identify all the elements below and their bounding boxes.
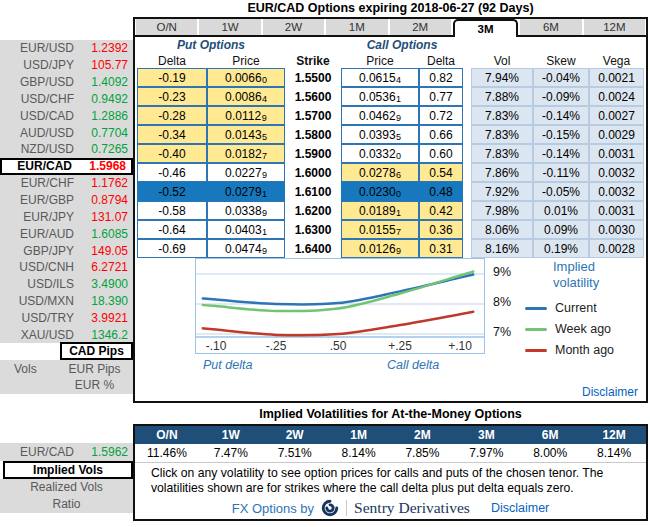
main-disclaimer-link[interactable]: Disclaimer (582, 385, 638, 399)
sidebar-pair-row[interactable]: GBP/USD1.4092 (0, 74, 133, 91)
vega-cell[interactable]: 0.0021 (589, 68, 644, 87)
put-delta-cell[interactable]: -0.23 (137, 87, 207, 106)
skew-cell[interactable]: -0.15% (533, 125, 589, 144)
atm-tenor-2m[interactable]: 2M (391, 426, 455, 444)
tenor-tab-1w[interactable]: 1W (199, 19, 260, 35)
call-delta-cell[interactable]: 0.66 (419, 125, 463, 144)
put-delta-cell[interactable]: -0.46 (137, 163, 207, 182)
vol-cell[interactable]: 8.06% (471, 220, 533, 239)
atm-vol-value[interactable]: 7.47% (199, 444, 263, 461)
atm-tenor-3m[interactable]: 3M (454, 426, 518, 444)
put-price-cell[interactable]: 0.01435 (207, 125, 285, 144)
put-price-cell[interactable]: 0.01129 (207, 106, 285, 125)
vol-cell[interactable]: 7.86% (471, 163, 533, 182)
call-price-cell[interactable]: 0.06154 (341, 68, 419, 87)
tenor-tab-6m[interactable]: 6M (520, 19, 581, 35)
vol-cell[interactable]: 7.83% (471, 106, 533, 125)
put-delta-cell[interactable]: -0.19 (137, 68, 207, 87)
atm-tenor-6m[interactable]: 6M (518, 426, 582, 444)
put-price-cell[interactable]: 0.01827 (207, 144, 285, 163)
sidebar-pair-row[interactable]: EUR/CHF1.1762 (0, 175, 133, 192)
put-delta-cell[interactable]: -0.52 (137, 182, 207, 201)
call-price-cell[interactable]: 0.02786 (341, 163, 419, 182)
quote-mode-selected[interactable]: CAD Pips (60, 342, 133, 360)
put-delta-cell[interactable]: -0.58 (137, 201, 207, 220)
call-delta-cell[interactable]: 0.36 (419, 220, 463, 239)
vol-cell[interactable]: 7.94% (471, 68, 533, 87)
call-delta-cell[interactable]: 0.60 (419, 144, 463, 163)
put-price-cell[interactable]: 0.04031 (207, 220, 285, 239)
call-price-cell[interactable]: 0.03935 (341, 125, 419, 144)
skew-cell[interactable]: -0.14% (533, 144, 589, 163)
vega-cell[interactable]: 0.0029 (589, 125, 644, 144)
vol-cell[interactable]: 7.88% (471, 87, 533, 106)
atm-vol-value[interactable]: 7.51% (263, 444, 327, 461)
call-price-cell[interactable]: 0.05361 (341, 87, 419, 106)
atm-tenor-2w[interactable]: 2W (263, 426, 327, 444)
atm-vol-value[interactable]: 11.46% (135, 444, 199, 461)
call-price-cell[interactable]: 0.01891 (341, 201, 419, 220)
atm-tenor-1w[interactable]: 1W (199, 426, 263, 444)
put-delta-cell[interactable]: -0.28 (137, 106, 207, 125)
vol-cell[interactable]: 7.98% (471, 201, 533, 220)
call-delta-cell[interactable]: 0.82 (419, 68, 463, 87)
sidebar-pair-row[interactable]: USD/CHF0.9492 (0, 91, 133, 108)
tenor-tab-12m[interactable]: 12M (584, 19, 645, 35)
put-price-cell[interactable]: 0.00864 (207, 87, 285, 106)
put-delta-cell[interactable]: -0.64 (137, 220, 207, 239)
vega-cell[interactable]: 0.0031 (589, 144, 644, 163)
skew-cell[interactable]: -0.11% (533, 163, 589, 182)
skew-cell[interactable]: -0.14% (533, 106, 589, 125)
sidebar-pair-row[interactable]: EUR/CAD1.5968 (0, 158, 133, 175)
atm-vol-value[interactable]: 8.14% (327, 444, 391, 461)
call-delta-cell[interactable]: 0.77 (419, 87, 463, 106)
skew-cell[interactable]: -0.09% (533, 87, 589, 106)
sidebar-pair-row[interactable]: AUD/USD0.7704 (0, 124, 133, 141)
skew-cell[interactable]: 0.01% (533, 201, 589, 220)
put-delta-cell[interactable]: -0.34 (137, 125, 207, 144)
sidebar-pair-row[interactable]: USD/MXN18.390 (0, 293, 133, 310)
sidebar-pair-row[interactable]: EUR/AUD1.6085 (0, 225, 133, 242)
put-price-cell[interactable]: 0.00660 (207, 68, 285, 87)
sidebar-pair-row[interactable]: NZD/USD0.7265 (0, 141, 133, 158)
call-delta-cell[interactable]: 0.42 (419, 201, 463, 220)
atm-vol-value[interactable]: 8.14% (582, 444, 646, 461)
call-price-cell[interactable]: 0.02300 (341, 182, 419, 201)
vol-cell[interactable]: 7.83% (471, 144, 533, 163)
vol-cell[interactable]: 7.92% (471, 182, 533, 201)
skew-cell[interactable]: -0.05% (533, 182, 589, 201)
vega-cell[interactable]: 0.0032 (589, 163, 644, 182)
atm-vol-value[interactable]: 7.97% (454, 444, 518, 461)
quote-mode-eur-pips[interactable]: EUR Pips (56, 361, 133, 378)
call-delta-cell[interactable]: 0.54 (419, 163, 463, 182)
tenor-tab-2m[interactable]: 2M (390, 19, 451, 35)
sidebar-pair-row[interactable]: USD/TRY3.9921 (0, 310, 133, 327)
vega-cell[interactable]: 0.0030 (589, 220, 644, 239)
tenor-tab-2w[interactable]: 2W (263, 19, 324, 35)
tenor-tab-1m[interactable]: 1M (326, 19, 387, 35)
vega-cell[interactable]: 0.0031 (589, 201, 644, 220)
tenor-tab-on[interactable]: O/N (136, 19, 197, 35)
skew-cell[interactable]: -0.04% (533, 68, 589, 87)
sidebar-pair-row[interactable]: USD/ILS3.4900 (0, 276, 133, 293)
vega-cell[interactable]: 0.0027 (589, 106, 644, 125)
call-price-cell[interactable]: 0.01557 (341, 220, 419, 239)
call-delta-cell[interactable]: 0.72 (419, 106, 463, 125)
atm-tenor-on[interactable]: O/N (135, 426, 199, 444)
vol-view-ratio[interactable]: Ratio (0, 496, 133, 513)
skew-cell[interactable]: 0.09% (533, 220, 589, 239)
vega-cell[interactable]: 0.0024 (589, 87, 644, 106)
sidebar-pair-row[interactable]: USD/JPY105.77 (0, 57, 133, 74)
sidebar-pair-row[interactable]: EUR/GBP0.8794 (0, 192, 133, 209)
sidebar-pair-row[interactable]: EUR/USD1.2392 (0, 40, 133, 57)
atm-tenor-12m[interactable]: 12M (582, 426, 646, 444)
put-price-cell[interactable]: 0.02279 (207, 163, 285, 182)
atm-tenor-1m[interactable]: 1M (327, 426, 391, 444)
quote-mode-eur-percent[interactable]: EUR % (56, 377, 133, 394)
atm-vol-value[interactable]: 7.85% (391, 444, 455, 461)
tenor-tab-3m[interactable]: 3M (453, 19, 518, 37)
vega-cell[interactable]: 0.0032 (589, 182, 644, 201)
sidebar-pair-row[interactable]: USD/CAD1.2886 (0, 107, 133, 124)
atm-vol-value[interactable]: 8.00% (518, 444, 582, 461)
put-price-cell[interactable]: 0.03389 (207, 201, 285, 220)
